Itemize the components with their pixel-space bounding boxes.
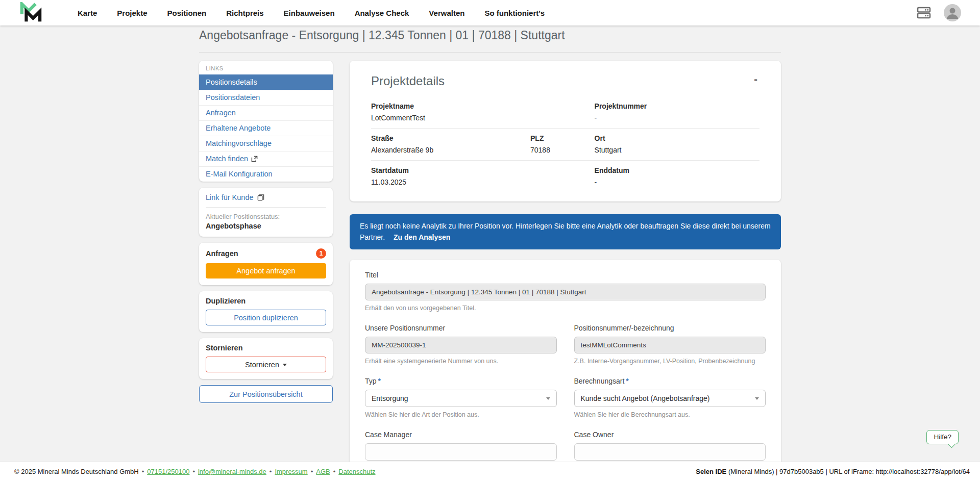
selen-ide-status: Selen IDE (Mineral Minds) | 97d7b5003ab5… (696, 468, 970, 475)
sidebar-item-matchingvorschlaege[interactable]: Matchingvorschläge (199, 136, 333, 151)
projektnummer-label: Projektnummer (595, 102, 760, 110)
iframe-url-text: (Mineral Minds) | 97d7b5003ab5 | URL of … (726, 468, 970, 475)
angebot-anfragen-button[interactable]: Angebot anfragen (206, 263, 326, 279)
nav-karte[interactable]: Karte (78, 9, 97, 17)
link-fuer-kunde-label: Link für Kunde (206, 193, 254, 201)
mineral-minds-logo[interactable] (18, 2, 43, 23)
berechnungsart-helper: Wählen Sie hier die Berechnungsart aus. (574, 411, 766, 418)
logo-mm-icon (18, 2, 43, 23)
main-nav: Karte Projekte Positionen Richtpreis Ein… (78, 9, 545, 17)
nav-richtpreis[interactable]: Richtpreis (226, 9, 263, 17)
bullet-separator: • (333, 468, 336, 475)
bezeichnung-label: Positionsnummer/-bezeichnung (574, 324, 766, 332)
typ-helper: Wählen Sie hier die Art der Position aus… (365, 411, 557, 418)
copyright-text: © 2025 Mineral Minds Deutschland GmbH (14, 468, 139, 475)
enddatum-value: - (595, 178, 760, 186)
copy-icon (257, 194, 264, 201)
case-manager-select[interactable] (365, 443, 557, 461)
nav-projekte[interactable]: Projekte (117, 9, 147, 17)
projektnummer-value: - (595, 114, 760, 122)
chevron-down-icon (755, 397, 759, 400)
berechnungsart-field-group: Berechnungsart* Kunde sucht Angebot (Ang… (574, 377, 766, 418)
sidebar-item-email-konfiguration[interactable]: E-Mail Konfiguration (199, 166, 333, 182)
ort-label: Ort (595, 134, 760, 142)
titel-input[interactable] (365, 284, 766, 300)
footer-datenschutz-link[interactable]: Datenschutz (338, 468, 375, 475)
bullet-separator: • (142, 468, 144, 475)
nav-positionen[interactable]: Positionen (167, 9, 207, 17)
titel-label: Titel (365, 271, 766, 279)
sidebar-item-positionsdetails[interactable]: Positionsdetails (199, 74, 333, 90)
nav-so-funktionierts[interactable]: So funktioniert's (484, 9, 545, 17)
duplizieren-card: Duplizieren Position duplizieren (199, 291, 333, 332)
position-status-label: Aktueller Positionsstatus: (206, 213, 326, 220)
positionsnummer-field-group: Unsere Positionsnummer Erhält eine syste… (365, 324, 557, 365)
positionsnummer-input[interactable] (365, 337, 557, 353)
sidebar-item-match-finden[interactable]: Match finden (199, 151, 333, 166)
nav-einbauweisen[interactable]: Einbauweisen (284, 9, 335, 17)
titel-helper: Erhält den von uns vorgegebenen Titel. (365, 305, 766, 312)
app-window: Karte Projekte Positionen Richtpreis Ein… (0, 0, 980, 481)
hilfe-button[interactable]: Hilfe? (926, 430, 959, 444)
zur-positionsuebersicht-button[interactable]: Zur Positionsübersicht (199, 385, 333, 403)
strasse-value: Alexanderstraße 9b (371, 146, 530, 154)
links-card: LINKS Positionsdetails Positionsdateien … (199, 61, 333, 182)
anfragen-count-badge: 1 (316, 248, 326, 259)
titel-field-group: Titel Erhält den von uns vorgegebenen Ti… (365, 271, 766, 312)
footer-phone-link[interactable]: 07151/250100 (147, 468, 189, 475)
collapse-card-button[interactable]: - (752, 74, 760, 84)
divider (206, 207, 326, 208)
page-title: Angebotsanfrage - Entsorgung | 12.345 To… (199, 29, 781, 53)
berechnungsart-select[interactable]: Kunde sucht Angebot (Angebotsanfrage) (574, 390, 766, 407)
main-content: Projektdetails - Projektname LotCommentT… (350, 61, 781, 481)
bullet-separator: • (192, 468, 195, 475)
berechnungsart-label: Berechnungsart* (574, 377, 766, 385)
projektdetails-title: Projektdetails (371, 74, 445, 88)
stornieren-dropdown-button[interactable]: Stornieren (206, 357, 326, 372)
position-duplizieren-button[interactable]: Position duplizieren (206, 310, 326, 325)
sidebar-item-label: Erhaltene Angebote (206, 124, 271, 132)
sidebar-item-label: Match finden (206, 155, 248, 163)
sidebar-item-positionsdateien[interactable]: Positionsdateien (199, 90, 333, 105)
position-status-value: Angebotsphase (206, 222, 326, 230)
footer-impressum-link[interactable]: Impressum (275, 468, 307, 475)
positionsnummer-helper: Erhält eine systemgenerierte Nummer von … (365, 358, 557, 365)
berechnungsart-select-value: Kunde sucht Angebot (Angebotsanfrage) (581, 394, 710, 402)
typ-select-value: Entsorgung (372, 394, 408, 402)
chevron-down-icon (283, 364, 287, 366)
sidebar-item-anfragen[interactable]: Anfragen (199, 105, 333, 120)
chevron-down-icon (546, 397, 550, 400)
project-detail-row: Startdatum 11.03.2025 Enddatum - (371, 160, 760, 192)
ort-value: Stuttgart (595, 146, 760, 154)
project-detail-row: Projektname LotCommentTest Projektnummer… (371, 96, 760, 128)
link-fuer-kunde-link[interactable]: Link für Kunde (206, 193, 326, 201)
case-owner-field-group: Case Owner (574, 431, 766, 461)
links-card-header: LINKS (199, 61, 333, 74)
position-form-card: Titel Erhält den von uns vorgegebenen Ti… (350, 260, 781, 481)
plz-label: PLZ (530, 134, 595, 142)
projektdetails-card: Projektdetails - Projektname LotCommentT… (350, 61, 781, 201)
case-manager-label: Case Manager (365, 431, 557, 439)
top-navigation-bar: Karte Projekte Positionen Richtpreis Ein… (0, 0, 980, 26)
footer-agb-link[interactable]: AGB (316, 468, 330, 475)
sidebar-item-label: Positionsdetails (206, 78, 257, 86)
external-link-icon (251, 156, 258, 162)
typ-select[interactable]: Entsorgung (365, 390, 557, 407)
server-dns-icon[interactable] (917, 6, 931, 19)
nav-analyse-check[interactable]: Analyse Check (355, 9, 409, 17)
user-avatar-icon[interactable] (943, 4, 962, 22)
sidebar-item-erhaltene-angebote[interactable]: Erhaltene Angebote (199, 120, 333, 136)
positionsnummer-label: Unsere Positionsnummer (365, 324, 557, 332)
case-owner-select[interactable] (574, 443, 766, 461)
page-container: Angebotsanfrage - Entsorgung | 12.345 To… (199, 0, 781, 481)
sidebar-item-label: Matchingvorschläge (206, 139, 272, 147)
anfragen-card: Anfragen 1 Angebot anfragen (199, 243, 333, 285)
footer-email-link[interactable]: info@mineral-minds.de (198, 468, 266, 475)
case-owner-label: Case Owner (574, 431, 766, 439)
analytik-info-alert: Es liegt noch keine Analytik zu Ihrer Po… (350, 214, 781, 249)
startdatum-value: 11.03.2025 (371, 178, 595, 186)
sidebar-item-label: Positionsdateien (206, 93, 260, 102)
bezeichnung-input[interactable] (574, 337, 766, 353)
nav-verwalten[interactable]: Verwalten (429, 9, 464, 17)
zu-den-analysen-link[interactable]: Zu den Analysen (394, 233, 451, 241)
